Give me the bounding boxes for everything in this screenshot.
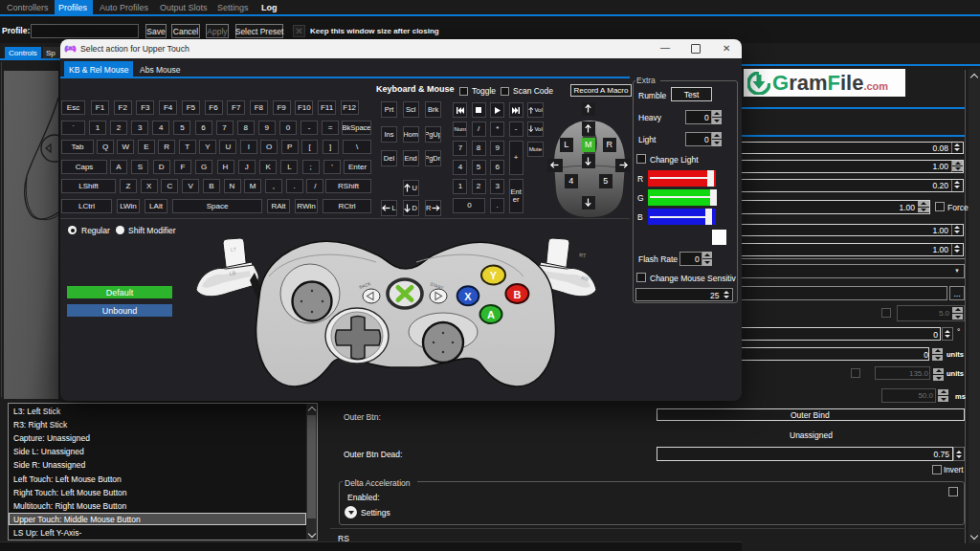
svg-text:Y: Y: [490, 270, 498, 281]
svg-text:A: A: [487, 309, 495, 320]
svg-text:X: X: [464, 291, 472, 302]
svg-text:LB: LB: [229, 270, 236, 276]
svg-text:LT: LT: [231, 247, 237, 253]
svg-text:RT: RT: [579, 253, 587, 259]
svg-text:B: B: [513, 289, 521, 300]
